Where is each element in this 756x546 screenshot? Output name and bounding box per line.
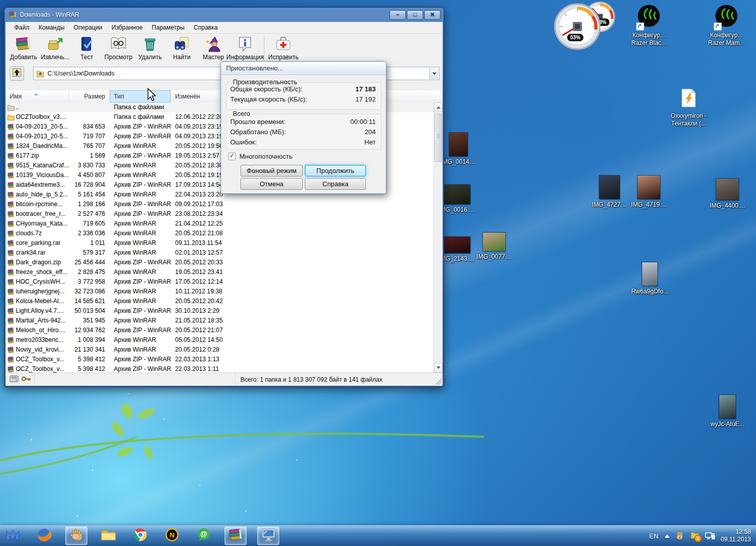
- rar-icon: [7, 288, 16, 296]
- scroll-up-button[interactable]: [434, 103, 443, 112]
- table-row[interactable]: OCZ_Toolbox_v... 5 398 412 Архив ZIP - W…: [6, 355, 433, 364]
- file-type: Архив WinRAR: [110, 219, 171, 229]
- menubar: ФайлКомандыОперацииИзбранноеПараметрыСпр…: [6, 22, 443, 34]
- taskbar-item-norton[interactable]: N: [161, 527, 182, 544]
- help-button[interactable]: Справка: [305, 178, 366, 190]
- toolbar-button-repair[interactable]: Исправить: [267, 35, 299, 63]
- table-row[interactable]: bitcoin-rpcmine... 1 298 166 Архив ZIP -…: [6, 200, 433, 209]
- info-icon: [236, 35, 254, 53]
- desktop-icon[interactable]: IMG_4719....: [629, 173, 669, 209]
- menu-item-2[interactable]: Операции: [69, 23, 107, 32]
- table-row[interactable]: HOC_CrysisWH... 3 772 958 Архив ZIP - Wi…: [6, 277, 433, 287]
- table-row[interactable]: core_parking.rar 1 011 Архив WinRAR 09.1…: [6, 238, 433, 248]
- hand-tray-icon[interactable]: F: [675, 531, 685, 541]
- menu-item-0[interactable]: Файл: [10, 23, 34, 32]
- background-mode-button[interactable]: Фоновый режим: [240, 165, 303, 177]
- resize-grip[interactable]: [435, 379, 442, 385]
- rar-icon: [7, 278, 16, 286]
- taskbar-item-chrome[interactable]: [130, 527, 151, 544]
- file-modified: 20.05.2012 19:19: [171, 170, 227, 180]
- toolbar-button-view[interactable]: Просмотр: [103, 35, 134, 63]
- taskbar-item-mailru[interactable]: @: [193, 527, 214, 544]
- column-header-modified[interactable]: Изменён: [171, 90, 227, 103]
- taskbar-item-malwarebytes[interactable]: [2, 527, 23, 544]
- table-row[interactable]: iuheruigherjgnej... 32 723 086 Архив Win…: [6, 287, 433, 296]
- scrollbar-thumb[interactable]: [434, 114, 442, 162]
- file-type: Архив ZIP - WinRAR: [110, 306, 171, 316]
- desktop-icon[interactable]: IMG_0077....: [474, 226, 514, 261]
- file-type: Архив WinRAR: [110, 335, 171, 345]
- column-header-name[interactable]: Имя: [6, 90, 69, 103]
- toolbar-button-extract[interactable]: Извлечь...: [39, 35, 71, 63]
- mailru-icon: @: [196, 527, 211, 544]
- table-row[interactable]: clouds.7z 2 336 036 Архив WinRAR 20.05.2…: [6, 229, 433, 238]
- column-header-type[interactable]: Тип: [110, 90, 171, 103]
- taskbar-item-hand[interactable]: [65, 527, 87, 545]
- multithread-checkbox[interactable]: ✓: [228, 153, 236, 160]
- file-size: [69, 103, 110, 112]
- toolbar-button-find[interactable]: Найти: [166, 35, 198, 63]
- table-row[interactable]: Martial_Arts-942... 351 945 Архив WinRAR…: [6, 316, 433, 326]
- key-icon[interactable]: [21, 376, 31, 383]
- table-row[interactable]: Meloch_ot_Hiro.... 12 934 762 Архив ZIP …: [6, 326, 433, 335]
- close-button[interactable]: ✕: [424, 10, 441, 20]
- vertical-scrollbar[interactable]: [433, 103, 443, 373]
- toolbar-button-test[interactable]: Тест: [71, 35, 103, 63]
- toolbar-button-wizard[interactable]: Мастер: [198, 35, 229, 63]
- column-header-size[interactable]: Размер: [69, 90, 110, 103]
- menu-item-1[interactable]: Команды: [34, 23, 69, 32]
- winrar-app-icon: [9, 11, 17, 19]
- minimize-button[interactable]: –: [389, 10, 406, 20]
- desktop-icon[interactable]: IMG_4727....: [590, 173, 629, 209]
- table-row[interactable]: CHyornaya_Kata... 719 605 Архив WinRAR 2…: [6, 219, 433, 229]
- desktop-icon[interactable]: Конфигур... Razer Blac...: [629, 4, 669, 47]
- dialog-titlebar[interactable]: Приостановлено...: [221, 62, 386, 75]
- table-row[interactable]: bootracer_free_r... 2 527 476 Архив ZIP …: [6, 209, 433, 219]
- continue-button[interactable]: Продолжить: [305, 165, 366, 177]
- desktop-icon[interactable]: Oxxxymiron - Тентакли (...: [669, 85, 709, 128]
- desktop-icon[interactable]: IMG_4400....: [708, 175, 747, 210]
- desktop-icon[interactable]: IMG_0014....: [438, 131, 478, 166]
- disk-icon[interactable]: [10, 376, 18, 384]
- desktop-icon[interactable]: Конфигур... Razer Mam...: [706, 4, 746, 47]
- table-row[interactable]: Light.Alloy.v4.7.... 50 013 504 Архив ZI…: [6, 306, 433, 316]
- up-folder-button[interactable]: [10, 66, 24, 81]
- file-size: 719 605: [69, 219, 110, 229]
- menu-item-3[interactable]: Избранное: [107, 23, 148, 32]
- table-row[interactable]: Dark_dragon.zip 25 456 444 Архив ZIP - W…: [6, 258, 433, 267]
- toolbar-button-delete[interactable]: Удалить: [134, 35, 166, 63]
- taskbar-item-monitor[interactable]: [257, 527, 279, 545]
- taskbar-item-winrar[interactable]: [225, 527, 247, 545]
- winrar-titlebar[interactable]: Downloads - WinRAR – □ ✕: [5, 8, 444, 22]
- current-speed-row: Текущая скорость (КБ/с): 17 192: [230, 95, 376, 103]
- table-row[interactable]: freeze_shock_eff... 2 828 475 Архив WinR…: [6, 267, 433, 277]
- toolbar-button-info[interactable]: Информация: [229, 35, 261, 63]
- table-row[interactable]: OCZ_Toolbox_v... 5 398 412 Архив ZIP - W…: [6, 364, 433, 373]
- file-size: 5 398 412: [69, 364, 110, 373]
- file-size: 1 011: [69, 238, 110, 248]
- maximize-button[interactable]: □: [407, 10, 423, 20]
- cancel-button[interactable]: Отмена: [240, 178, 303, 190]
- desktop-icon[interactable]: Rw6a9gDfo...: [630, 260, 670, 295]
- menu-item-4[interactable]: Параметры: [147, 23, 189, 32]
- svg-text:@: @: [200, 530, 207, 538]
- tray-expand-icon[interactable]: [665, 532, 670, 538]
- file-modified: 20.05.2012 21:07: [171, 326, 227, 335]
- desktop-icon[interactable]: wyJc-AtuE...: [708, 393, 747, 428]
- language-indicator[interactable]: EN: [648, 532, 660, 540]
- address-dropdown-button[interactable]: [429, 68, 438, 79]
- menu-item-5[interactable]: Справка: [189, 23, 222, 32]
- table-row[interactable]: Noviy_vid_krovi... 21 130 341 Архив WinR…: [6, 345, 433, 355]
- network-tray-icon[interactable]: [705, 532, 716, 540]
- table-row[interactable]: Kolcia-Mebel-Al... 14 585 621 Архив WinR…: [6, 296, 433, 306]
- toolbar-button-addbooks[interactable]: Добавить: [8, 35, 39, 63]
- update-tray-icon[interactable]: 1: [690, 531, 700, 541]
- table-row[interactable]: metro2033benc... 1 008 394 Архив WinRAR …: [6, 335, 433, 345]
- cpu-gauge-gadget[interactable]: 03%: [554, 3, 601, 52]
- taskbar-item-firefox[interactable]: [34, 527, 55, 544]
- table-row[interactable]: crark34.rar 579 317 Архив WinRAR 02.01.2…: [6, 248, 433, 258]
- rar-icon: [7, 171, 16, 180]
- taskbar-clock[interactable]: 12:58 09.11.2013: [721, 528, 753, 543]
- taskbar-item-explorer[interactable]: [98, 527, 119, 544]
- scroll-down-button[interactable]: [434, 363, 443, 373]
